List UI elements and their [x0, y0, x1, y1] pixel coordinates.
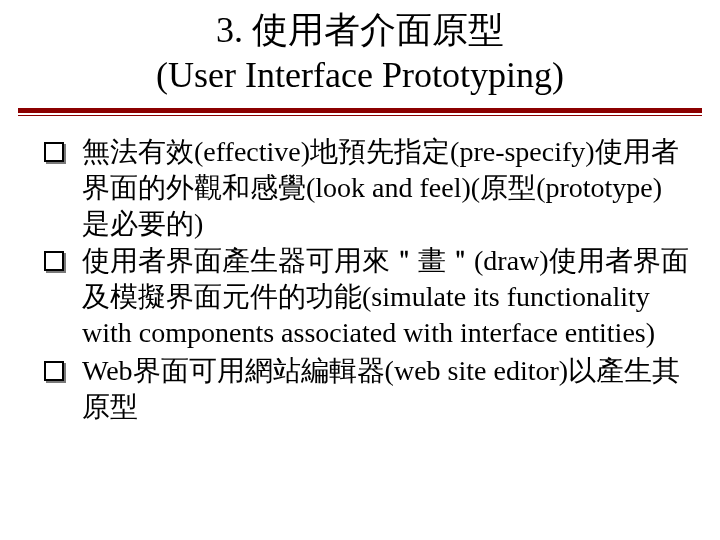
slide: 3. 使用者介面原型 (User Interface Prototyping) …	[0, 0, 720, 540]
list-item: 無法有效(effective)地預先指定(pre-specify)使用者界面的外…	[40, 134, 690, 241]
bullet-text: Web界面可用網站編輯器(web site editor)以產生其原型	[82, 355, 680, 422]
title-underline	[18, 108, 702, 116]
bullet-text: 無法有效(effective)地預先指定(pre-specify)使用者界面的外…	[82, 136, 679, 239]
slide-title-line-1: 3. 使用者介面原型	[0, 8, 720, 53]
slide-title-block: 3. 使用者介面原型 (User Interface Prototyping)	[0, 0, 720, 102]
slide-title-line-2: (User Interface Prototyping)	[0, 53, 720, 98]
bullet-text: 使用者界面產生器可用來＂畫＂(draw)使用者界面及模擬界面元件的功能(simu…	[82, 245, 689, 348]
list-item: Web界面可用網站編輯器(web site editor)以產生其原型	[40, 353, 690, 425]
slide-content: 無法有效(effective)地預先指定(pre-specify)使用者界面的外…	[0, 116, 720, 425]
list-item: 使用者界面產生器可用來＂畫＂(draw)使用者界面及模擬界面元件的功能(simu…	[40, 243, 690, 350]
bullet-list: 無法有效(effective)地預先指定(pre-specify)使用者界面的外…	[40, 134, 690, 425]
